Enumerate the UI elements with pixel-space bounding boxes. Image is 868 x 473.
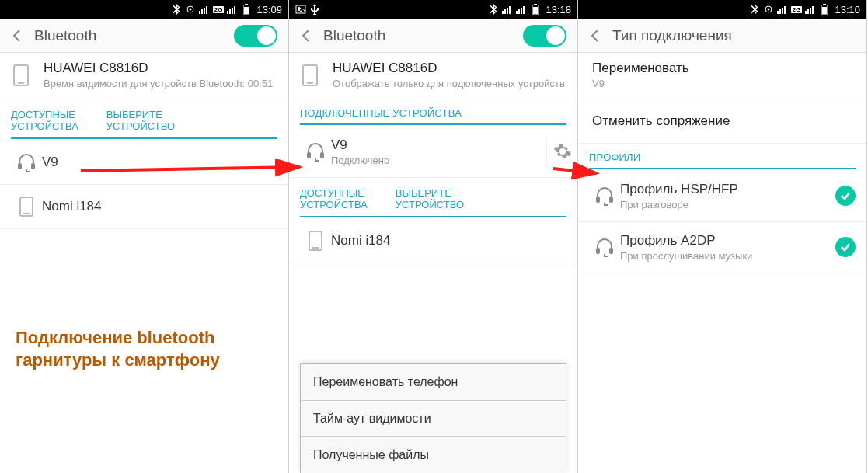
svg-rect-6 bbox=[227, 11, 228, 14]
profile-name: Профиль A2DP bbox=[620, 233, 835, 249]
gps-icon bbox=[763, 4, 774, 15]
divider bbox=[300, 123, 566, 125]
back-button[interactable] bbox=[289, 19, 323, 53]
status-clock: 13:09 bbox=[256, 4, 282, 16]
svg-rect-23 bbox=[507, 8, 508, 14]
device-name: V9 bbox=[331, 137, 546, 153]
svg-rect-7 bbox=[229, 9, 231, 14]
signal-icon bbox=[502, 4, 513, 15]
svg-rect-8 bbox=[232, 8, 233, 14]
signal-icon-2 bbox=[516, 4, 527, 15]
own-device-row[interactable]: HUAWEI C8816D Отображать только для подк… bbox=[289, 53, 577, 99]
action-bar: Тип подключения bbox=[578, 19, 866, 53]
phone-icon bbox=[9, 64, 33, 87]
svg-rect-21 bbox=[502, 11, 504, 14]
menu-received-files[interactable]: Полученные файлы bbox=[301, 437, 566, 473]
connected-header: ПОДКЛЮЧЕННЫЕ УСТРОЙСТВА bbox=[289, 99, 577, 123]
svg-rect-28 bbox=[523, 6, 525, 14]
profiles-header: ПРОФИЛИ bbox=[578, 144, 866, 168]
status-bar: 2G 13:10 bbox=[578, 0, 866, 19]
bluetooth-icon bbox=[171, 4, 182, 15]
svg-rect-44 bbox=[805, 11, 807, 14]
gps-icon bbox=[185, 4, 196, 15]
svg-rect-34 bbox=[307, 152, 311, 158]
device-nomi[interactable]: Nomi i184 bbox=[289, 219, 577, 263]
signal-icon-2 bbox=[227, 4, 238, 15]
back-button[interactable] bbox=[578, 19, 612, 53]
action-bar: Bluetooth bbox=[289, 19, 577, 53]
battery-icon bbox=[530, 4, 541, 15]
device-status: Подключено bbox=[331, 155, 546, 166]
svg-rect-24 bbox=[509, 6, 511, 14]
svg-rect-25 bbox=[516, 11, 518, 14]
menu-visibility-timeout[interactable]: Тайм-аут видимости bbox=[301, 401, 566, 437]
usb-icon bbox=[309, 4, 320, 15]
svg-rect-46 bbox=[810, 8, 811, 14]
status-clock: 13:10 bbox=[835, 4, 860, 16]
svg-point-20 bbox=[298, 8, 301, 10]
tab-select[interactable]: ВЫБЕРИТЕ УСТРОЙСТВО bbox=[396, 181, 464, 216]
profile-sub: При разговоре bbox=[620, 199, 835, 210]
connected-device-v9[interactable]: V9 Подключено bbox=[289, 127, 577, 178]
device-v9[interactable]: V9 bbox=[0, 141, 288, 185]
headset-icon bbox=[589, 236, 620, 258]
rename-row[interactable]: Переименовать V9 bbox=[578, 53, 866, 99]
check-icon[interactable] bbox=[835, 237, 856, 257]
svg-rect-4 bbox=[204, 8, 205, 14]
svg-rect-27 bbox=[521, 8, 522, 14]
phone-screen-3: 2G 13:10 Тип подключения Переименовать V… bbox=[578, 0, 867, 473]
profile-sub: При прослушивании музыки bbox=[620, 250, 835, 262]
network-badge: 2G bbox=[213, 6, 225, 13]
tabs: ДОСТУПНЫЕ УСТРОЙСТВА ВЫБЕРИТЕ УСТРОЙСТВО bbox=[289, 181, 577, 216]
headset-icon bbox=[11, 151, 42, 173]
page-title: Bluetooth bbox=[34, 27, 234, 44]
battery-icon bbox=[241, 4, 252, 15]
rename-title: Переименовать bbox=[592, 61, 856, 76]
headset-icon bbox=[589, 185, 620, 207]
tab-available[interactable]: ДОСТУПНЫЕ УСТРОЙСТВА bbox=[11, 103, 78, 137]
bluetooth-toggle[interactable] bbox=[523, 25, 566, 47]
svg-rect-52 bbox=[609, 197, 613, 203]
tabs: ДОСТУПНЫЕ УСТРОЙСТВА ВЫБЕРИТЕ УСТРОЙСТВО bbox=[0, 103, 288, 137]
svg-rect-53 bbox=[596, 248, 600, 254]
device-name: Nomi i184 bbox=[331, 233, 566, 249]
svg-rect-47 bbox=[812, 6, 814, 14]
phone-icon bbox=[11, 196, 42, 217]
menu-rename-phone[interactable]: Переименовать телефон bbox=[301, 364, 566, 401]
svg-rect-42 bbox=[782, 8, 783, 14]
status-bar: 2G 13:09 bbox=[0, 0, 288, 19]
svg-rect-31 bbox=[533, 7, 538, 14]
signal-icon bbox=[199, 4, 210, 15]
check-icon[interactable] bbox=[835, 186, 856, 206]
device-settings-button[interactable] bbox=[546, 137, 577, 166]
own-device-sub: Время видимости для устройств Bluetooth:… bbox=[44, 78, 277, 91]
bluetooth-icon bbox=[749, 4, 760, 15]
bluetooth-toggle[interactable] bbox=[234, 25, 277, 47]
page-title: Тип подключения bbox=[612, 27, 862, 44]
svg-point-39 bbox=[767, 9, 769, 11]
svg-rect-2 bbox=[199, 11, 200, 14]
signal-icon-2 bbox=[805, 4, 816, 15]
back-button[interactable] bbox=[0, 19, 34, 53]
profile-hsp-hfp[interactable]: Профиль HSP/HFP При разговоре bbox=[578, 171, 866, 222]
unpair-row[interactable]: Отменить сопряжение bbox=[578, 99, 866, 144]
headset-icon bbox=[300, 141, 331, 162]
svg-rect-41 bbox=[779, 9, 781, 14]
divider bbox=[589, 168, 856, 169]
svg-rect-54 bbox=[609, 248, 613, 254]
options-menu: Переименовать телефон Тайм-аут видимости… bbox=[300, 363, 566, 473]
tab-available[interactable]: ДОСТУПНЫЕ УСТРОЙСТВА bbox=[300, 181, 368, 216]
svg-rect-40 bbox=[777, 11, 779, 14]
phone-icon bbox=[300, 230, 331, 252]
bluetooth-icon bbox=[488, 4, 499, 15]
own-device-name: HUAWEI C8816D bbox=[333, 61, 566, 76]
svg-rect-3 bbox=[201, 9, 203, 14]
page-title: Bluetooth bbox=[323, 27, 523, 44]
status-bar: 13:18 bbox=[289, 0, 577, 19]
svg-rect-45 bbox=[807, 9, 809, 14]
own-device-row[interactable]: HUAWEI C8816D Время видимости для устрой… bbox=[0, 53, 288, 99]
profile-a2dp[interactable]: Профиль A2DP При прослушивании музыки bbox=[578, 222, 866, 273]
signal-icon bbox=[777, 4, 788, 15]
device-nomi[interactable]: Nomi i184 bbox=[0, 185, 288, 229]
tab-select[interactable]: ВЫБЕРИТЕ УСТРОЙСТВО bbox=[106, 103, 175, 137]
